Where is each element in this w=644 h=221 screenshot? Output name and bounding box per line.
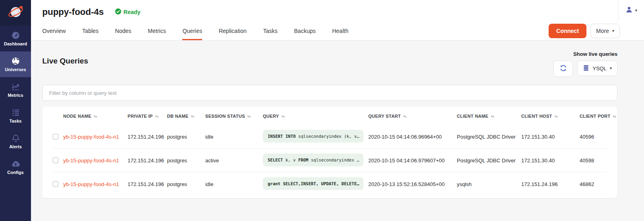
row-select-cell bbox=[53, 134, 63, 139]
show-live-queries-label: Show live queries bbox=[573, 51, 617, 57]
queries-table-card: NODE NAME▾▴PRIVATE IP▾▴DB NAME▾▴SESSION … bbox=[42, 106, 617, 198]
node-link[interactable]: yb-15-puppy-food-4s-n1 bbox=[63, 181, 119, 187]
client-host-cell: 172.151.30.40 bbox=[521, 158, 580, 164]
query-text-chip[interactable]: INSERT INTO sqlsecondaryindex (k, v… bbox=[263, 130, 363, 143]
tab-metrics[interactable]: Metrics bbox=[148, 22, 166, 40]
chevron-down-icon: ▾ bbox=[635, 8, 637, 12]
refresh-icon bbox=[559, 64, 567, 74]
col-header-query[interactable]: QUERY▾▴ bbox=[263, 114, 368, 119]
sidebar-item-dashboard[interactable]: Dashboard bbox=[0, 26, 31, 51]
more-button-label: More bbox=[596, 28, 609, 34]
tab-health[interactable]: Health bbox=[332, 22, 348, 40]
tab-bar: OverviewTablesNodesMetricsQueriesReplica… bbox=[31, 22, 644, 40]
col-header-node-name[interactable]: NODE NAME▾▴ bbox=[63, 114, 128, 119]
sidebar-item-label: Tasks bbox=[9, 119, 21, 123]
api-selector-dropdown[interactable]: YSQL ▾ bbox=[577, 61, 617, 76]
user-menu[interactable]: ▾ bbox=[618, 0, 644, 21]
db-name-cell: postgres bbox=[167, 158, 205, 164]
col-header-client-host[interactable]: CLIENT HOST▾▴ bbox=[521, 114, 580, 119]
col-header-label: CLIENT NAME bbox=[457, 114, 488, 119]
sort-arrows-icon: ▾▴ bbox=[191, 115, 194, 118]
tab-tables[interactable]: Tables bbox=[82, 22, 98, 40]
universes-icon bbox=[11, 57, 20, 65]
tab-overview[interactable]: Overview bbox=[42, 22, 66, 40]
client-port-cell: 46862 bbox=[580, 181, 607, 187]
header-top-row: puppy-food-4s Ready bbox=[31, 0, 644, 22]
tab-queries[interactable]: Queries bbox=[182, 22, 202, 40]
main-area: puppy-food-4s Ready ▾ OverviewTablesNode… bbox=[31, 0, 644, 221]
query-filter-input[interactable] bbox=[42, 85, 617, 101]
more-button[interactable]: More ▾ bbox=[590, 24, 620, 38]
sort-arrows-icon: ▾▴ bbox=[555, 115, 558, 118]
session-status-cell: idle bbox=[205, 134, 263, 140]
private-ip-cell: 172.151.24.196 bbox=[128, 134, 167, 140]
col-header-private-ip[interactable]: PRIVATE IP▾▴ bbox=[128, 114, 167, 119]
sidebar-item-configs[interactable]: Configs bbox=[0, 154, 31, 180]
col-header-label: QUERY bbox=[263, 114, 279, 119]
client-host-cell: 172.151.24.196 bbox=[521, 181, 580, 187]
app-logo[interactable] bbox=[0, 0, 31, 26]
tab-nodes[interactable]: Nodes bbox=[115, 22, 131, 40]
node-name-cell: yb-15-puppy-food-4s-n1 bbox=[63, 181, 128, 187]
panel-toolbar: Live Queries Show live queries bbox=[42, 51, 617, 77]
col-header-session-status[interactable]: SESSION STATUS▾▴ bbox=[205, 114, 263, 119]
sort-arrows-icon: ▾▴ bbox=[403, 115, 407, 118]
tasks-icon bbox=[11, 108, 20, 117]
private-ip-cell: 172.151.24.196 bbox=[128, 158, 167, 164]
alerts-icon bbox=[11, 134, 20, 143]
chevron-down-icon: ▾ bbox=[612, 29, 614, 33]
col-header-query-start[interactable]: QUERY START▾▴ bbox=[368, 114, 457, 119]
table-row: yb-15-puppy-food-4s-n1172.151.24.196post… bbox=[53, 125, 607, 148]
panel-heading: Live Queries bbox=[42, 57, 88, 65]
query-start-cell: 2020-10-13 15:52:16.528405+00 bbox=[368, 181, 457, 187]
row-checkbox[interactable] bbox=[53, 181, 58, 187]
client-name-cell: PostgreSQL JDBC Driver bbox=[457, 158, 521, 164]
client-host-cell: 172.151.30.40 bbox=[521, 134, 580, 140]
status-badge: Ready bbox=[115, 8, 140, 16]
col-header-client-name[interactable]: CLIENT NAME▾▴ bbox=[457, 114, 521, 119]
db-name-cell: postgres bbox=[167, 181, 205, 187]
tab-tasks[interactable]: Tasks bbox=[263, 22, 278, 40]
col-header-client-port[interactable]: CLIENT PORT▾▴ bbox=[580, 114, 616, 119]
query-text-chip[interactable]: SELECT k, v FROM sqlsecondaryindex … bbox=[263, 153, 363, 166]
sort-arrows-icon: ▾▴ bbox=[613, 115, 616, 118]
sidebar-item-tasks[interactable]: Tasks bbox=[0, 103, 31, 129]
table-body: yb-15-puppy-food-4s-n1172.151.24.196post… bbox=[53, 125, 607, 196]
query-start-cell: 2020-10-15 04:14:06.979607+00 bbox=[368, 158, 457, 164]
row-select-cell bbox=[53, 181, 63, 187]
tab-replication[interactable]: Replication bbox=[219, 22, 246, 40]
node-name-cell: yb-15-puppy-food-4s-n1 bbox=[63, 134, 128, 140]
query-text-chip[interactable]: grant SELECT,INSERT, UPDATE, DELETE… bbox=[263, 177, 363, 190]
tab-backups[interactable]: Backups bbox=[294, 22, 316, 40]
live-queries-panel: Live Queries Show live queries bbox=[31, 41, 644, 221]
yugabyte-logo-icon bbox=[7, 4, 24, 22]
col-header-label: NODE NAME bbox=[63, 114, 91, 119]
col-header-db-name[interactable]: DB NAME▾▴ bbox=[167, 114, 205, 119]
db-name-cell: postgres bbox=[167, 134, 205, 140]
col-header-label: QUERY START bbox=[368, 114, 401, 119]
col-header-label: SESSION STATUS bbox=[205, 114, 245, 119]
node-link[interactable]: yb-15-puppy-food-4s-n1 bbox=[63, 158, 119, 164]
sidebar-item-universes[interactable]: Universes bbox=[0, 51, 31, 77]
toolbar-right: Show live queries bbox=[553, 51, 617, 77]
connect-button[interactable]: Connect bbox=[549, 24, 586, 38]
sidebar-item-alerts[interactable]: Alerts bbox=[0, 129, 31, 154]
universe-tabs: OverviewTablesNodesMetricsQueriesReplica… bbox=[42, 22, 349, 40]
refresh-button[interactable] bbox=[553, 61, 573, 77]
sidebar-item-metrics[interactable]: Metrics bbox=[0, 77, 31, 103]
dashboard-icon bbox=[11, 31, 20, 40]
col-header-label: DB NAME bbox=[167, 114, 188, 119]
client-name-cell: ysqlsh bbox=[457, 181, 521, 187]
universe-title: puppy-food-4s bbox=[42, 7, 104, 17]
node-name-cell: yb-15-puppy-food-4s-n1 bbox=[63, 158, 128, 164]
sort-arrows-icon: ▾▴ bbox=[281, 115, 285, 118]
check-circle-icon bbox=[115, 8, 121, 16]
client-port-cell: 40596 bbox=[580, 134, 607, 140]
client-port-cell: 40598 bbox=[580, 158, 607, 164]
row-checkbox[interactable] bbox=[53, 134, 58, 139]
row-checkbox[interactable] bbox=[53, 158, 58, 163]
sidebar-item-label: Metrics bbox=[8, 93, 23, 98]
node-link[interactable]: yb-15-puppy-food-4s-n1 bbox=[63, 134, 119, 140]
sidebar-item-label: Configs bbox=[7, 170, 24, 175]
session-status-cell: idle bbox=[205, 181, 263, 187]
